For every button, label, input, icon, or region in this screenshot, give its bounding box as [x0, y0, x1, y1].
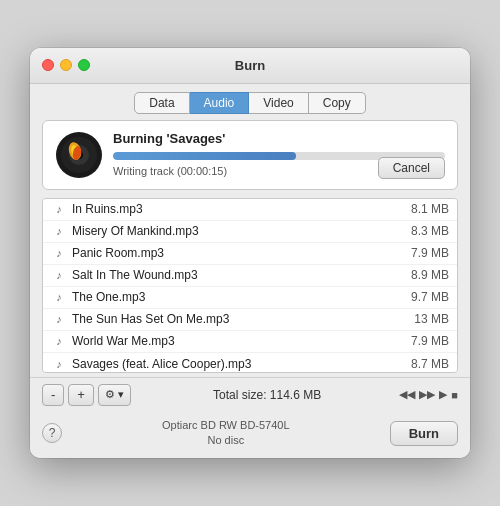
device-info: Optiarc BD RW BD-5740L No disc — [62, 418, 390, 449]
next-button[interactable]: ▶▶ — [419, 388, 435, 401]
file-name: Savages (feat. Alice Cooper).mp3 — [72, 357, 399, 371]
file-icon: ♪ — [51, 333, 67, 349]
file-name: The One.mp3 — [72, 290, 399, 304]
table-row: ♪ In Ruins.mp3 8.1 MB — [43, 199, 457, 221]
bottom-bar: ? Optiarc BD RW BD-5740L No disc Burn — [30, 412, 470, 459]
file-name: Misery Of Mankind.mp3 — [72, 224, 399, 238]
burn-button[interactable]: Burn — [390, 421, 458, 446]
minimize-button[interactable] — [60, 59, 72, 71]
burn-title: Burning 'Savages' — [113, 131, 445, 146]
file-size: 9.7 MB — [399, 290, 449, 304]
tab-video[interactable]: Video — [249, 92, 308, 114]
table-row: ♪ Savages (feat. Alice Cooper).mp3 8.7 M… — [43, 353, 457, 373]
file-name: In Ruins.mp3 — [72, 202, 399, 216]
traffic-lights — [42, 59, 90, 71]
disc-icon — [55, 131, 103, 179]
burn-progress-panel: Burning 'Savages' Writing track (00:00:1… — [42, 120, 458, 190]
file-size: 8.1 MB — [399, 202, 449, 216]
tab-bar: Data Audio Video Copy — [30, 84, 470, 120]
close-button[interactable] — [42, 59, 54, 71]
cancel-button[interactable]: Cancel — [378, 157, 445, 179]
prev-button[interactable]: ◀◀ — [399, 388, 415, 401]
table-row: ♪ The Sun Has Set On Me.mp3 13 MB — [43, 309, 457, 331]
file-name: World War Me.mp3 — [72, 334, 399, 348]
maximize-button[interactable] — [78, 59, 90, 71]
tab-data[interactable]: Data — [134, 92, 189, 114]
file-list[interactable]: ♪ In Ruins.mp3 8.1 MB ♪ Misery Of Mankin… — [42, 198, 458, 373]
file-icon: ♪ — [51, 311, 67, 327]
tab-copy[interactable]: Copy — [309, 92, 366, 114]
table-row: ♪ Panic Room.mp3 7.9 MB — [43, 243, 457, 265]
file-name: The Sun Has Set On Me.mp3 — [72, 312, 399, 326]
gear-button[interactable]: ⚙ ▾ — [98, 384, 131, 406]
table-row: ♪ The One.mp3 9.7 MB — [43, 287, 457, 309]
device-name: Optiarc BD RW BD-5740L — [62, 418, 390, 433]
file-icon: ♪ — [51, 289, 67, 305]
progress-bar-fill — [113, 152, 296, 160]
file-size: 13 MB — [399, 312, 449, 326]
table-row: ♪ Salt In The Wound.mp3 8.9 MB — [43, 265, 457, 287]
main-window: Burn Data Audio Video Copy Burning 'Sava… — [30, 48, 470, 459]
remove-button[interactable]: - — [42, 384, 64, 406]
help-button[interactable]: ? — [42, 423, 62, 443]
play-button[interactable]: ▶ — [439, 388, 447, 401]
chevron-down-icon: ▾ — [118, 388, 124, 401]
file-name: Salt In The Wound.mp3 — [72, 268, 399, 282]
file-size: 8.9 MB — [399, 268, 449, 282]
stop-button[interactable]: ■ — [451, 389, 458, 401]
add-button[interactable]: + — [68, 384, 94, 406]
title-bar: Burn — [30, 48, 470, 84]
table-row: ♪ World War Me.mp3 7.9 MB — [43, 331, 457, 353]
file-icon: ♪ — [51, 223, 67, 239]
window-title: Burn — [235, 58, 265, 73]
file-size: 7.9 MB — [399, 334, 449, 348]
device-status: No disc — [62, 433, 390, 448]
file-icon: ♪ — [51, 245, 67, 261]
gear-icon: ⚙ — [105, 388, 115, 401]
tab-audio[interactable]: Audio — [190, 92, 250, 114]
file-size: 8.3 MB — [399, 224, 449, 238]
total-size-label: Total size: 114.6 MB — [135, 388, 399, 402]
table-row: ♪ Misery Of Mankind.mp3 8.3 MB — [43, 221, 457, 243]
file-icon: ♪ — [51, 267, 67, 283]
file-name: Panic Room.mp3 — [72, 246, 399, 260]
playback-controls: ◀◀ ▶▶ ▶ ■ — [399, 388, 458, 401]
file-size: 7.9 MB — [399, 246, 449, 260]
toolbar: - + ⚙ ▾ Total size: 114.6 MB ◀◀ ▶▶ ▶ ■ — [30, 377, 470, 412]
file-icon: ♪ — [51, 356, 67, 372]
file-icon: ♪ — [51, 201, 67, 217]
file-size: 8.7 MB — [399, 357, 449, 371]
